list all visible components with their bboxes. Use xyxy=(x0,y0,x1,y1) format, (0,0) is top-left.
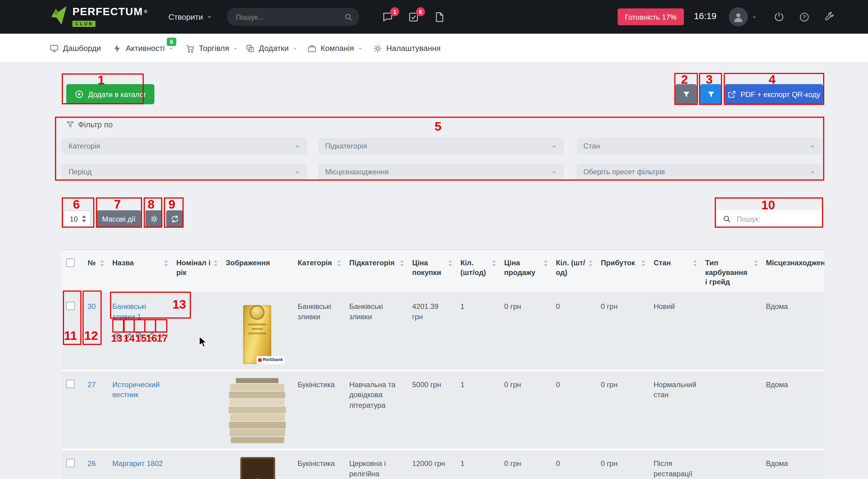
table-search-input[interactable] xyxy=(737,215,817,223)
catalog-table: № Назва Номінал і рік Зображення Категор… xyxy=(62,249,824,479)
row-location-cell: Вдома xyxy=(760,371,824,450)
col-profit[interactable]: Прибуток xyxy=(595,249,648,293)
nav-apps[interactable]: Додатки xyxy=(245,34,298,63)
filter-location-select[interactable]: Місцезнаходження xyxy=(318,164,564,180)
nav-dashboards-label: Дашборди xyxy=(63,44,101,53)
table-row: 30 Банківські зливки 1 xyxy=(62,293,824,371)
nav-dashboards[interactable]: Дашборди xyxy=(50,34,101,63)
refresh-button[interactable] xyxy=(166,210,183,227)
wrench-icon xyxy=(824,12,835,23)
col-qty2[interactable]: Кіл. (шт/од) xyxy=(550,249,595,293)
row-image-gold-bar[interactable]: RwSbank xyxy=(243,305,271,364)
filter-preset-select[interactable]: Оберіть пресет фільтрів xyxy=(577,164,822,180)
row-num-link[interactable]: 30 xyxy=(88,302,96,311)
chat-button[interactable]: 1 xyxy=(382,11,394,24)
add-to-catalog-button[interactable]: Додати в каталог xyxy=(66,84,154,105)
brand-name: PERFECTUM xyxy=(72,6,143,18)
row-category-cell: Букіністика xyxy=(292,450,344,479)
row-checkbox[interactable] xyxy=(66,302,75,310)
row-image-books[interactable] xyxy=(228,378,286,443)
row-qty2-cell: 0 xyxy=(550,450,595,479)
filter-subcategory-select[interactable]: Підкатегорія xyxy=(318,138,564,154)
mass-actions-button[interactable]: Масові дії xyxy=(96,210,141,227)
documents-button[interactable] xyxy=(433,11,446,24)
row-title-link[interactable]: Маргарит 1802 xyxy=(112,459,163,468)
brand-logo[interactable]: PERFECTUM® CLUB xyxy=(51,6,148,27)
edit-icon[interactable] xyxy=(124,331,133,340)
gold-bar-engraving xyxy=(248,323,266,325)
book-spine xyxy=(229,391,285,398)
refresh-icon xyxy=(170,215,179,223)
som-label-6: 6 xyxy=(73,199,80,211)
row-nominal-cell xyxy=(170,450,220,479)
delete-icon[interactable] xyxy=(157,331,166,340)
row-num-link[interactable]: 27 xyxy=(88,380,96,389)
col-subcategory-label: Підкатегорія xyxy=(349,259,395,267)
nav-activities[interactable]: Активності 6 xyxy=(112,34,182,63)
chevron-down-icon xyxy=(207,14,213,20)
svg-text:?: ? xyxy=(803,14,806,20)
col-mint[interactable]: Тип карбування і грейд xyxy=(700,249,760,293)
row-qty1-value: 1 xyxy=(460,459,464,468)
row-checkbox[interactable] xyxy=(66,459,75,467)
col-name-label: Назва xyxy=(112,259,134,267)
row-qty1-value: 1 xyxy=(460,380,464,389)
duplicate-icon[interactable] xyxy=(135,331,144,340)
col-subcategory[interactable]: Підкатегорія xyxy=(344,249,406,293)
pdf-export-button[interactable]: PDF + експорт QR-коду xyxy=(725,84,823,105)
brand-sub: CLUB xyxy=(72,21,96,27)
col-buy-price[interactable]: Ціна покупки xyxy=(406,249,455,293)
col-nominal[interactable]: Номінал і рік xyxy=(170,249,220,293)
nav-settings[interactable]: Налаштування xyxy=(373,34,440,63)
share-icon[interactable] xyxy=(146,331,155,340)
avatar-chevron-icon[interactable] xyxy=(752,14,757,20)
nav-company[interactable]: Компанія xyxy=(307,34,363,63)
nav-trade[interactable]: Торгівля xyxy=(185,34,238,63)
sort-icon xyxy=(164,260,168,267)
col-state[interactable]: Стан xyxy=(648,249,700,293)
topbar-search[interactable] xyxy=(227,8,359,26)
sort-icon xyxy=(337,260,341,267)
filter-apply-button[interactable] xyxy=(700,84,721,105)
tools-button[interactable] xyxy=(824,12,835,23)
book-spine xyxy=(230,437,284,443)
row-checkbox[interactable] xyxy=(66,380,75,388)
row-title-link[interactable]: Банківські зливки 1 xyxy=(112,302,146,321)
row-buy-price-cell: 12000 грн xyxy=(406,450,455,479)
row-profit-value: 0 грн xyxy=(601,302,618,311)
col-sell-price[interactable]: Ціна продажу xyxy=(499,249,550,293)
view-icon[interactable] xyxy=(112,331,121,340)
tasks-button[interactable]: 6 xyxy=(408,11,420,24)
col-qty1[interactable]: Кіл. (шт/од) xyxy=(455,249,499,293)
table-search[interactable] xyxy=(717,210,822,227)
filter-state-select[interactable]: Стан xyxy=(577,138,822,154)
col-category[interactable]: Категорія xyxy=(292,249,344,293)
sort-icon xyxy=(400,260,404,267)
nav-company-label: Компанія xyxy=(320,44,354,53)
gear-icon xyxy=(150,215,158,223)
filter-toggle-button[interactable] xyxy=(676,84,697,105)
col-num[interactable]: № xyxy=(82,249,106,293)
table-settings-button[interactable] xyxy=(145,210,162,227)
row-title-link[interactable]: Исторический вестник xyxy=(112,380,160,399)
avatar[interactable] xyxy=(729,7,748,26)
select-all-checkbox[interactable] xyxy=(66,259,75,267)
logout-button[interactable] xyxy=(774,12,784,23)
col-name[interactable]: Назва xyxy=(107,249,171,293)
row-num-link[interactable]: 26 xyxy=(88,459,96,468)
chevron-down-icon xyxy=(295,169,301,175)
book-spine xyxy=(229,429,285,436)
col-location[interactable]: Місцезнаходження xyxy=(760,249,824,293)
col-nominal-label: Номінал і рік xyxy=(176,259,211,276)
topbar-search-input[interactable] xyxy=(236,13,344,21)
row-nominal-cell xyxy=(170,293,220,371)
row-select-cell xyxy=(62,293,82,371)
readiness-button[interactable]: Готовність 17% xyxy=(618,8,684,26)
help-button[interactable]: ? xyxy=(799,12,810,23)
create-menu[interactable]: Створити xyxy=(168,0,212,34)
row-image-old-book[interactable] xyxy=(240,457,275,479)
filter-period-select[interactable]: Період xyxy=(62,164,307,180)
filter-category-select[interactable]: Категорія xyxy=(62,138,307,154)
page-size-select[interactable]: 10 xyxy=(63,210,91,227)
updown-arrows-icon xyxy=(81,215,87,223)
